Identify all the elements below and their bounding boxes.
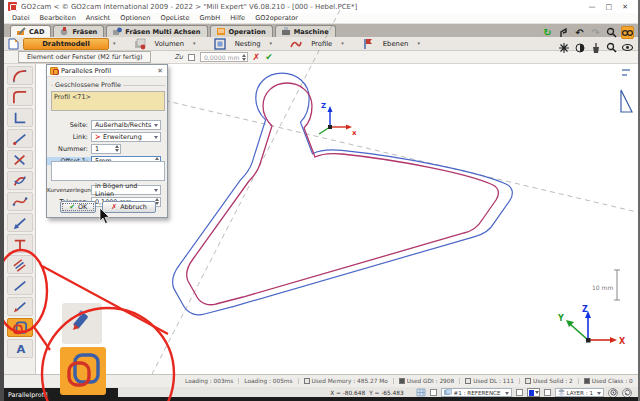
color-swatch-dropdown[interactable] [527, 388, 540, 397]
operation-icon [217, 27, 226, 36]
geometry-toolbar: A [4, 64, 36, 375]
paralleles-profil-dialog: Paralleles Profil ✕ Geschlossene Profile… [46, 64, 168, 218]
tab-fraesen-multi-achsen[interactable]: Fräsen Multi Achsen [106, 25, 207, 37]
current-color-blue [529, 390, 534, 396]
ribbon-profile-button[interactable]: Profile [306, 38, 337, 50]
menu-bearbeiten[interactable]: Bearbeiten [40, 14, 76, 22]
kurvenzerlegung-select[interactable]: in Bögen und Linien [91, 185, 161, 195]
trim-icon[interactable] [7, 234, 33, 253]
text-tool-icon[interactable]: A [7, 339, 33, 358]
dropdown-caret-icon[interactable]: ▾ [113, 41, 116, 46]
pencil-icon [67, 309, 97, 339]
profile-listbox[interactable]: Profil <71> [51, 91, 165, 111]
inset-parallel-profile-tool [60, 347, 106, 395]
zoom-window-icon[interactable] [605, 41, 618, 54]
fillet-corner-icon[interactable] [7, 87, 33, 106]
dialog-icon [50, 67, 58, 75]
app-window: GO2cam < © GO2cam International 2009 - 2… [0, 0, 640, 401]
nummer-spinner[interactable]: 1 [91, 144, 121, 154]
refresh-layers-icon[interactable] [622, 388, 632, 398]
dropdown-caret-icon [535, 391, 539, 394]
zoom-icon[interactable] [605, 26, 618, 39]
dropdown-caret-icon[interactable]: ▾ [270, 41, 273, 46]
undo-icon[interactable]: ↶ [573, 26, 586, 39]
window-title: GO2cam < © GO2cam International 2009 - 2… [21, 3, 357, 11]
title-bar: GO2cam < © GO2cam International 2009 - 2… [4, 0, 638, 13]
plane-checkbox[interactable] [430, 389, 437, 396]
single-line-icon[interactable] [7, 276, 33, 295]
pencil-line-icon[interactable] [7, 297, 33, 316]
parallel-profile-icon [65, 352, 101, 390]
tab-operation[interactable]: Operation [210, 25, 273, 37]
layer-icon [558, 389, 565, 396]
chamfer-icon[interactable] [7, 150, 33, 169]
prompt-cancel-icon[interactable]: ✗ [253, 52, 261, 62]
machine-icon [282, 27, 291, 36]
close-button[interactable]: ✕ [622, 3, 628, 11]
menu-hilfe[interactable]: Hilfe [230, 14, 245, 22]
menu-ansicht[interactable]: Ansicht [86, 14, 110, 22]
direction-arrow-icon[interactable] [7, 213, 33, 232]
prompt-confirm-icon[interactable]: ✔ [265, 52, 273, 62]
link-select[interactable]: ≻Erweiterung [91, 132, 161, 142]
maximize-button[interactable]: □ [606, 3, 613, 11]
refresh-icon[interactable]: ↻ [541, 26, 554, 39]
fillet-round-icon[interactable] [7, 66, 33, 85]
y-coordinate: Y = -65.483 [369, 390, 403, 396]
ribbon-volumen-button[interactable]: Volumen [150, 38, 190, 50]
corner-line-icon[interactable] [7, 108, 33, 127]
menu-gmbh[interactable]: GmbH [199, 14, 220, 22]
select-caret-icon [154, 124, 158, 127]
ribbon-ebenen-button[interactable]: Ebenen [378, 38, 414, 50]
spinner-arrows-icon[interactable] [115, 145, 119, 152]
layer-checkbox[interactable] [544, 389, 551, 396]
plane-select[interactable]: #1 : REFERENCE [441, 388, 512, 397]
spinner-arrows-icon[interactable] [242, 54, 246, 61]
prompt-value-spinner[interactable]: 0,0000 mm [200, 52, 248, 62]
dialog-close-icon[interactable]: ✕ [157, 67, 164, 75]
seite-select[interactable]: Außerhalb/Rechts [91, 120, 161, 130]
scale-label: 10 mm [592, 284, 613, 291]
memory-icon [304, 378, 310, 384]
erase-icon[interactable] [589, 41, 602, 54]
offset-list-box[interactable] [51, 161, 165, 181]
display-list-icon [465, 378, 471, 384]
tab-cad[interactable]: CAD [10, 25, 51, 37]
menu-datei[interactable]: Datei [12, 14, 30, 22]
multi-axis-icon [113, 27, 122, 36]
tab-fraesen[interactable]: Fräsen [53, 25, 104, 37]
menu-optionen[interactable]: Optionen [120, 14, 150, 22]
menu-go2operator[interactable]: GO2operator [255, 14, 298, 22]
render-mode-icon[interactable] [557, 41, 570, 54]
dropdown-caret-icon[interactable]: ▾ [417, 41, 420, 46]
ribbon-drahtmodell-button[interactable]: Drahtmodell [23, 38, 109, 50]
kurvenzerlegung-label: Kurvenzerlegung: [47, 187, 91, 193]
line-tool-icon[interactable] [7, 129, 33, 148]
fit-view-icon[interactable] [621, 26, 634, 39]
shading-icon[interactable] [573, 41, 586, 54]
minimize-button[interactable]: — [589, 3, 596, 11]
layer-settings-icon[interactable] [608, 388, 618, 398]
nesting-icon [214, 38, 226, 50]
grid-snap-icon[interactable] [416, 388, 426, 397]
dropdown-caret-icon[interactable]: ▾ [341, 41, 344, 46]
dropdown-caret-icon[interactable]: ▾ [193, 41, 196, 46]
inset-pencil-tool [62, 303, 102, 344]
pan-icon[interactable] [557, 26, 570, 39]
parallel-lines-icon[interactable] [7, 255, 33, 274]
spline-icon[interactable] [7, 192, 33, 211]
menu-opeliste[interactable]: OpeListe [160, 14, 189, 22]
cross-icon: ✗ [111, 203, 117, 211]
layer-select[interactable]: LAYER : 1 [555, 388, 604, 397]
redo-icon[interactable]: ↷ [589, 26, 602, 39]
view-eye-icon[interactable] [621, 41, 634, 54]
color-checkbox[interactable] [516, 389, 523, 396]
dialog-title-bar[interactable]: Paralleles Profil ✕ [47, 65, 167, 77]
prompt-checkbox[interactable] [188, 54, 195, 61]
tab-maschine[interactable]: Maschine [275, 25, 336, 37]
ok-button[interactable]: ✔OK [60, 201, 96, 213]
ribbon-nesting-button[interactable]: Nesting [230, 38, 266, 50]
curve-arrows-icon[interactable] [7, 171, 33, 190]
abbruch-button[interactable]: ✗Abbruch [102, 201, 156, 213]
parallel-profile-tool[interactable] [7, 318, 33, 337]
